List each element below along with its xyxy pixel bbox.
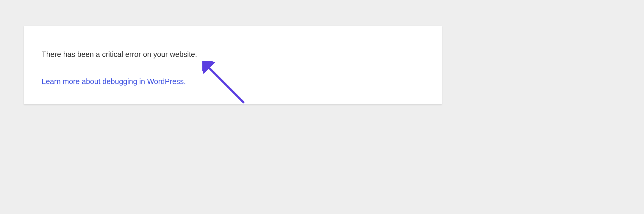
error-message-text: There has been a critical error on your …	[42, 49, 424, 59]
debug-link[interactable]: Learn more about debugging in WordPress.	[42, 77, 186, 86]
error-dialog: There has been a critical error on your …	[24, 26, 442, 104]
